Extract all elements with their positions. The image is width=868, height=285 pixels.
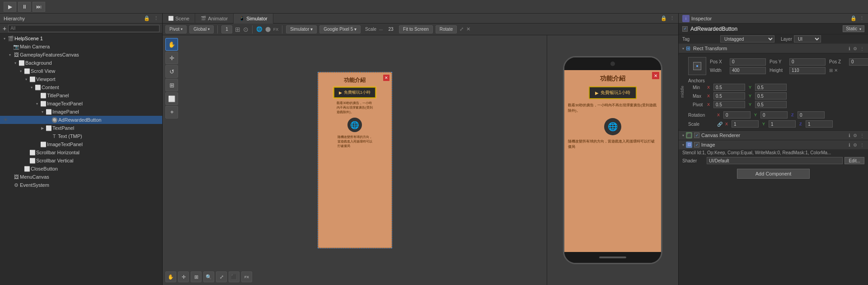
layer-number-button[interactable]: 1 bbox=[221, 25, 232, 33]
rot-y-input[interactable] bbox=[760, 111, 788, 119]
layer-dropdown[interactable]: UI bbox=[794, 35, 821, 43]
tree-item-scrollbar-horiz[interactable]: ⬜ Scrollbar Horizontal bbox=[0, 148, 162, 157]
tree-item-eventsystem[interactable]: ⚙ EventSystem bbox=[0, 181, 162, 189]
scale-z-input[interactable] bbox=[806, 120, 833, 128]
tree-item-text-tmp[interactable]: T Text (TMP) bbox=[0, 132, 162, 140]
pos-x-input[interactable] bbox=[730, 58, 766, 66]
image-header[interactable]: ▾ 🖼 Image ℹ ⚙ ⋮ bbox=[679, 140, 868, 149]
canvas-renderer-header[interactable]: ▾ ⬛ Canvas Renderer ℹ ⚙ ⋮ bbox=[679, 131, 868, 140]
rotate-tool[interactable]: ↺ bbox=[165, 65, 178, 78]
image-settings-icon[interactable]: ⚙ bbox=[853, 142, 857, 147]
pause-button[interactable]: ⏸ bbox=[18, 2, 31, 12]
hierarchy-search-input[interactable] bbox=[8, 25, 160, 32]
tree-item-adrewardedbutton[interactable]: 👁 🔘 AdRewardedButton bbox=[0, 116, 162, 124]
tab-animator[interactable]: 🎬 Animator bbox=[195, 14, 234, 24]
hierarchy-menu-icon[interactable]: ⋮ bbox=[154, 15, 159, 21]
bottom-layers-tool[interactable]: ⬛ bbox=[229, 271, 239, 282]
add-component-button[interactable]: Add Component bbox=[737, 169, 810, 179]
device-btn[interactable]: Google Pixel 5 ▾ bbox=[319, 25, 361, 33]
sim-ad-button[interactable]: ▶ 免費暢玩1小時 bbox=[589, 86, 637, 99]
tree-item-closebutton[interactable]: ⬜ CloseButton bbox=[0, 165, 162, 173]
transform-tool[interactable]: ⌖ bbox=[165, 106, 178, 119]
play-button[interactable]: ▶ bbox=[4, 2, 16, 12]
inspector-lock-icon[interactable]: 🔒 bbox=[850, 15, 857, 21]
expand-icon[interactable]: ⤢ bbox=[460, 26, 464, 32]
tree-item-scrollview[interactable]: ▾ ⬜ Scroll View bbox=[0, 67, 162, 75]
static-badge[interactable]: Static ▾ bbox=[843, 25, 864, 32]
image-info-icon[interactable]: ℹ bbox=[849, 142, 850, 147]
max-y-input[interactable] bbox=[755, 92, 787, 100]
scale-tool[interactable]: ⊞ bbox=[165, 79, 178, 91]
step-button[interactable]: ⏭ bbox=[33, 2, 45, 12]
width-input[interactable] bbox=[730, 67, 766, 74]
hierarchy-lock-icon[interactable]: 🔒 bbox=[144, 15, 150, 21]
bottom-grid-tool[interactable]: ⊞ bbox=[191, 271, 202, 282]
wh-icon1[interactable]: ⊞ bbox=[829, 68, 833, 73]
rect-transform-section-header[interactable]: ▾ ⊞ Rect Transform ℹ ⚙ ⋮ bbox=[679, 43, 868, 53]
tree-item-imagetextpanel2[interactable]: ⬜ ImageTextPanel bbox=[0, 140, 162, 148]
bottom-move-tool[interactable]: ✛ bbox=[178, 271, 189, 282]
grid-icon[interactable]: ⊞ bbox=[235, 26, 240, 33]
gizmo-icon[interactable]: ⊙ bbox=[243, 26, 249, 33]
close-scene-icon[interactable]: ✕ bbox=[466, 26, 470, 32]
edit-shader-button[interactable]: Edit... bbox=[845, 157, 864, 164]
rect-settings-icon[interactable]: ⚙ bbox=[853, 46, 857, 51]
max-x-input[interactable] bbox=[713, 92, 745, 100]
wh-icon2[interactable]: ✕ bbox=[834, 68, 838, 73]
tree-item-menucanvas[interactable]: 🖼 MenuCanvas bbox=[0, 173, 162, 181]
component-enabled-checkbox[interactable] bbox=[682, 26, 688, 32]
min-y-input[interactable] bbox=[755, 84, 787, 91]
rot-x-input[interactable] bbox=[723, 111, 751, 119]
height-input[interactable] bbox=[789, 67, 826, 74]
hierarchy-add-icon[interactable]: + bbox=[3, 25, 6, 32]
rot-z-input[interactable] bbox=[798, 111, 825, 119]
scale-link-icon[interactable]: 🔗 bbox=[717, 122, 723, 127]
rect-tool[interactable]: ⬜ bbox=[165, 92, 178, 105]
rect-info-icon[interactable]: ℹ bbox=[849, 46, 850, 51]
scale-y-input[interactable] bbox=[769, 120, 796, 128]
scale-slider-icon[interactable]: ⏤ bbox=[379, 26, 383, 33]
pos-z-input[interactable] bbox=[849, 58, 868, 66]
canvas-renderer-checkbox[interactable] bbox=[694, 133, 699, 138]
fx-icon[interactable]: FX bbox=[273, 27, 279, 32]
shader-input[interactable] bbox=[707, 157, 843, 164]
tree-item-maincamera[interactable]: 📷 Main Camera bbox=[0, 43, 162, 51]
bottom-search-tool[interactable]: 🔍 bbox=[203, 271, 214, 282]
scene-ad-button[interactable]: ▶ 免費暢玩1小時 bbox=[333, 87, 376, 98]
tree-item-gameplay[interactable]: ▾ 🖼 GameplayFeaturesCanvas bbox=[0, 51, 162, 59]
global-button[interactable]: Global ▾ bbox=[189, 25, 214, 33]
tree-item-content[interactable]: ▾ ⬜ Content bbox=[0, 83, 162, 91]
center-panel-menu[interactable]: ⋮ bbox=[670, 15, 675, 21]
pivot-x-input[interactable] bbox=[713, 101, 745, 108]
tree-item-titlepanel[interactable]: ⬜ TitlePanel bbox=[0, 91, 162, 100]
center-panel-lock[interactable]: 🔒 bbox=[661, 15, 667, 21]
tag-dropdown[interactable]: Untagged bbox=[720, 35, 774, 43]
sim-close-btn[interactable]: ✕ bbox=[652, 72, 659, 79]
tree-item-imagepanel[interactable]: ▾ ⬜ ImagePanel bbox=[0, 108, 162, 116]
tree-item-textpanel[interactable]: ▶ ⬜ TextPanel bbox=[0, 124, 162, 132]
tree-item-background[interactable]: ▾ ⬜ Background bbox=[0, 59, 162, 67]
render-icon[interactable]: ⬤ bbox=[265, 26, 271, 32]
bottom-hand-tool[interactable]: ✋ bbox=[165, 271, 176, 282]
simulator-btn[interactable]: Simulator ▾ bbox=[286, 25, 317, 33]
bottom-fx-tool[interactable]: FX bbox=[241, 271, 252, 282]
canvas-renderer-settings-icon[interactable]: ⚙ bbox=[853, 133, 857, 138]
pos-y-input[interactable] bbox=[789, 58, 826, 66]
tree-item-helpscene1[interactable]: ▾ 🎬 HelpScene 1 bbox=[0, 34, 162, 43]
tree-item-scrollbar-vert[interactable]: ⬜ Scrollbar Vertical bbox=[0, 157, 162, 165]
canvas-renderer-more-icon[interactable]: ⋮ bbox=[860, 133, 864, 138]
tab-scene[interactable]: ⬜ Scene bbox=[163, 14, 195, 24]
min-x-input[interactable] bbox=[713, 84, 745, 91]
globe-tool-icon[interactable]: 🌐 bbox=[256, 26, 263, 32]
scale-x-input[interactable] bbox=[732, 120, 759, 128]
image-more-icon[interactable]: ⋮ bbox=[860, 142, 864, 147]
hand-tool[interactable]: ✋ bbox=[165, 38, 178, 51]
move-tool[interactable]: ✛ bbox=[165, 52, 178, 64]
image-checkbox[interactable] bbox=[694, 142, 699, 147]
anchor-preset-icon[interactable] bbox=[688, 57, 706, 75]
pivot-y-input[interactable] bbox=[755, 101, 787, 108]
canvas-renderer-info-icon[interactable]: ℹ bbox=[849, 133, 850, 138]
rotate-btn[interactable]: Rotate bbox=[436, 25, 457, 33]
fit-to-screen-btn[interactable]: Fit to Screen bbox=[399, 25, 433, 33]
tree-item-viewport[interactable]: ▾ ⬜ Viewport bbox=[0, 75, 162, 83]
